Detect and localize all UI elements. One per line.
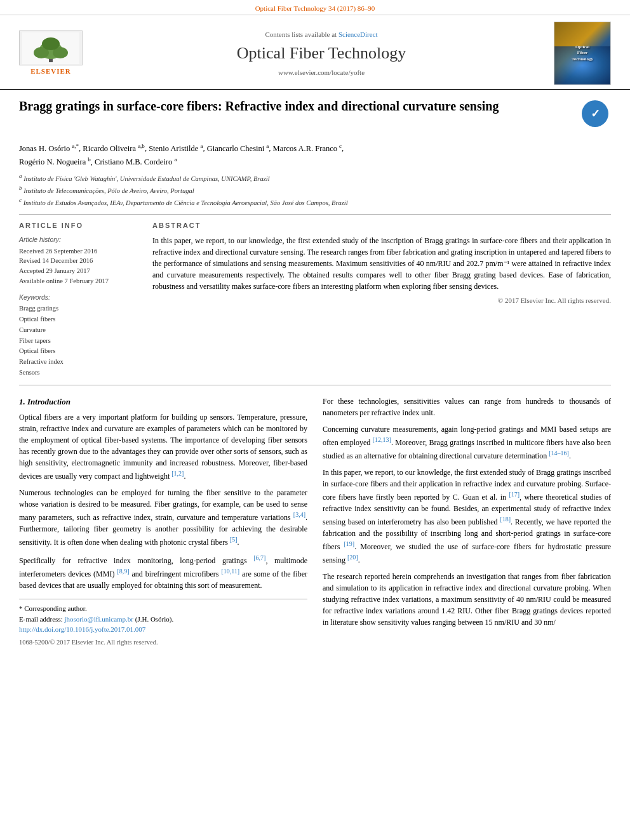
divider-2 xyxy=(19,385,611,385)
keywords-section: Keywords: Bragg gratings Optical fibers … xyxy=(19,293,140,378)
body-para-7: The research reported herein comprehends… xyxy=(323,571,611,628)
doi-line: http://dx.doi.org/10.1016/j.yofte.2017.0… xyxy=(19,624,307,635)
ref-8-9: [8,9] xyxy=(117,568,129,575)
crossmark-svg: ✓ xyxy=(583,102,607,126)
authors-section: Jonas H. Osório a,*, Ricardo Oliveira a,… xyxy=(19,141,611,168)
svg-point-5 xyxy=(42,37,60,50)
author-4: Giancarlo Chesini a xyxy=(207,144,269,153)
body-para-5: Concerning curvature measurements, again… xyxy=(323,423,611,462)
affiliation-a: a Instituto de Física 'Gleb Wataghin', U… xyxy=(19,172,611,183)
keyword-4: Fiber tapers xyxy=(19,336,140,347)
keyword-7: Sensors xyxy=(19,368,140,378)
ref-6-7: [6,7] xyxy=(253,554,265,561)
abstract-text: In this paper, we report, to our knowled… xyxy=(152,235,611,292)
section-1-title: Introduction xyxy=(27,397,70,406)
abstract-copyright: © 2017 Elsevier Inc. All rights reserved… xyxy=(152,296,611,305)
sciencedirect-link[interactable]: ScienceDirect xyxy=(338,30,378,38)
accepted-date: Accepted 29 January 2017 xyxy=(19,266,140,276)
crossmark-icon: ✓ xyxy=(582,100,608,127)
author-1: Jonas H. Osório a,* xyxy=(19,144,79,153)
affiliation-c: c Instituto de Estudos Avançados, IEAv, … xyxy=(19,196,611,208)
keyword-6: Refractive index xyxy=(19,357,140,368)
author-5: Marcos A.R. Franco c xyxy=(273,144,342,153)
footer-copyright: 1068-5200/© 2017 Elsevier Inc. All right… xyxy=(19,637,307,648)
affiliations: a Instituto de Física 'Gleb Wataghin', U… xyxy=(19,172,611,208)
revised-date: Revised 14 December 2016 xyxy=(19,256,140,266)
article-info-title: ARTICLE INFO xyxy=(19,221,140,230)
body-para-3: Specifically for refractive index monito… xyxy=(19,553,307,591)
body-col-right: For these technologies, sensitivities va… xyxy=(323,396,611,648)
email-note: E-mail address: jhosorio@ifi.unicamp.br … xyxy=(19,614,307,625)
footnotes: * Corresponding author. E-mail address: … xyxy=(19,599,307,647)
available-date: Available online 7 February 2017 xyxy=(19,276,140,286)
body-para-6: In this paper, we report, to our knowled… xyxy=(323,467,611,566)
abstract-column: ABSTRACT In this paper, we report, to ou… xyxy=(152,221,611,378)
doi-link[interactable]: http://dx.doi.org/10.1016/j.yofte.2017.0… xyxy=(19,625,145,633)
publisher-logo-area: ELSEVIER xyxy=(13,30,89,76)
keyword-2: Optical fibers xyxy=(19,314,140,325)
article-info-column: ARTICLE INFO Article history: Received 2… xyxy=(19,221,140,378)
divider-1 xyxy=(19,214,611,215)
body-section: 1. Introduction Optical fibers are a ver… xyxy=(19,396,611,648)
info-abstract-columns: ARTICLE INFO Article history: Received 2… xyxy=(19,221,611,378)
journal-title: Optical Fiber Technology xyxy=(102,42,541,65)
keyword-1: Bragg gratings xyxy=(19,303,140,314)
ref-19: [19] xyxy=(344,540,355,547)
ref-10-11: [10,11] xyxy=(221,568,239,575)
article-area: Bragg gratings in surface-core fibers: R… xyxy=(0,90,630,660)
ref-14-16: [14–16] xyxy=(549,450,569,457)
keyword-5: Optical fibers xyxy=(19,346,140,357)
body-columns: 1. Introduction Optical fibers are a ver… xyxy=(19,396,611,648)
received-date: Received 26 September 2016 xyxy=(19,246,140,257)
cover-title: OpticalFiberTechnology xyxy=(572,44,593,63)
journal-citation: Optical Fiber Technology 34 (2017) 86–90 xyxy=(255,4,375,12)
journal-cover-image: OpticalFiberTechnology xyxy=(554,22,611,85)
article-title-section: Bragg gratings in surface-core fibers: R… xyxy=(19,98,611,135)
journal-url: www.elsevier.com/locate/yofte xyxy=(102,68,541,77)
keyword-3: Curvature xyxy=(19,325,140,336)
section-1-heading: 1. Introduction xyxy=(19,396,307,408)
author-6: Rogério N. Nogueira b xyxy=(19,157,91,166)
journal-header: ELSEVIER Contents lists available at Sci… xyxy=(0,15,630,90)
history-title: Article history: xyxy=(19,235,140,244)
ref-17: [17] xyxy=(509,491,519,498)
email-link[interactable]: jhosorio@ifi.unicamp.br xyxy=(64,615,133,623)
crossmark-badge[interactable]: ✓ xyxy=(579,98,611,130)
ref-5: [5] xyxy=(230,536,238,543)
keywords-title: Keywords: xyxy=(19,293,140,302)
body-col-left: 1. Introduction Optical fibers are a ver… xyxy=(19,396,307,648)
affiliation-b: b Instituto de Telecomunicações, Pólo de… xyxy=(19,184,611,196)
abstract-title: ABSTRACT xyxy=(152,221,611,230)
elsevier-brand-text: ELSEVIER xyxy=(30,67,71,76)
body-para-2: Numerous technologies can be employed fo… xyxy=(19,487,307,548)
article-title: Bragg gratings in surface-core fibers: R… xyxy=(19,98,579,114)
journal-cover-area: OpticalFiberTechnology xyxy=(554,22,617,85)
journal-header-center: Contents lists available at ScienceDirec… xyxy=(89,30,554,77)
ref-20: [20] xyxy=(347,554,358,561)
ref-12-13: [12,13] xyxy=(373,436,391,443)
body-para-1: Optical fibers are a very important plat… xyxy=(19,411,307,482)
svg-text:✓: ✓ xyxy=(591,107,600,120)
elsevier-logo-image xyxy=(19,30,83,65)
author-7: Cristiano M.B. Cordeiro a xyxy=(95,157,177,166)
section-1-number: 1. xyxy=(19,397,25,406)
author-3: Stenio Aristilde a xyxy=(149,144,203,153)
author-2: Ricardo Oliveira a,b xyxy=(83,144,145,153)
body-para-4: For these technologies, sensitivities va… xyxy=(323,396,611,418)
sciencedirect-notice: Contents lists available at ScienceDirec… xyxy=(102,30,541,39)
ref-3-4: [3,4] xyxy=(293,511,305,518)
ref-18: [18] xyxy=(500,516,511,523)
elsevier-logo: ELSEVIER xyxy=(19,30,83,76)
elsevier-tree-svg xyxy=(22,32,79,64)
ref-1-2: [1,2] xyxy=(171,470,184,477)
top-bar: Optical Fiber Technology 34 (2017) 86–90 xyxy=(0,0,630,15)
corresponding-author-note: * Corresponding author. xyxy=(19,603,307,614)
